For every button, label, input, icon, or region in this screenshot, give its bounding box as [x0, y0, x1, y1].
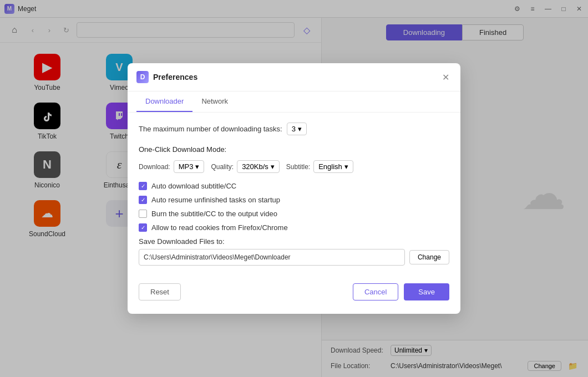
max-tasks-arrow: ▾: [298, 125, 302, 133]
dialog-tabs: Downloader Network: [128, 91, 460, 113]
save-path-section: Save Downloaded Files to: Change: [139, 237, 449, 266]
auto-resume-label: Auto resume unfinished tasks on startup: [151, 196, 280, 204]
download-value: MP3: [179, 162, 194, 171]
quality-field-label: Quality:: [211, 163, 234, 171]
checkbox-burn-subtitle[interactable]: Burn the subtitle/CC to the output video: [139, 210, 449, 218]
checkbox-auto-subtitle[interactable]: ✓ Auto download subtitle/CC: [139, 182, 449, 190]
subtitle-arrow: ▾: [344, 162, 348, 171]
cancel-button[interactable]: Cancel: [353, 283, 398, 300]
quality-field-group: Quality: 320Kb/s ▾: [211, 160, 279, 173]
quality-arrow: ▾: [271, 162, 275, 171]
allow-cookies-checkbox[interactable]: ✓: [139, 223, 147, 232]
save-path-label: Save Downloaded Files to:: [139, 237, 449, 246]
max-tasks-select[interactable]: 3 ▾: [287, 123, 307, 135]
dialog-title: Preferences: [153, 73, 439, 81]
max-tasks-value: 3: [292, 125, 296, 133]
download-field-label: Download:: [139, 163, 170, 171]
subtitle-value: English: [318, 162, 342, 171]
burn-subtitle-label: Burn the subtitle/CC to the output video: [151, 210, 277, 218]
subtitle-field-label: Subtitle:: [286, 163, 310, 171]
quality-select[interactable]: 320Kb/s ▾: [237, 160, 280, 173]
one-click-row: Download: MP3 ▾ Quality: 320Kb/s ▾ Subti…: [139, 160, 449, 173]
save-path-input[interactable]: [139, 249, 405, 266]
reset-button[interactable]: Reset: [139, 283, 181, 300]
max-tasks-row: The maximum number of downloading tasks:…: [139, 123, 449, 135]
burn-subtitle-checkbox[interactable]: [139, 210, 147, 218]
save-button[interactable]: Save: [404, 283, 449, 300]
tab-downloader[interactable]: Downloader: [136, 91, 192, 112]
modal-overlay: D Preferences ✕ Downloader Network The m…: [0, 0, 588, 377]
subtitle-select[interactable]: English ▾: [313, 160, 353, 173]
auto-resume-checkbox[interactable]: ✓: [139, 196, 147, 204]
download-field-group: Download: MP3 ▾: [139, 160, 204, 173]
max-tasks-label: The maximum number of downloading tasks:: [139, 125, 282, 133]
download-select[interactable]: MP3 ▾: [174, 160, 205, 173]
preferences-dialog: D Preferences ✕ Downloader Network The m…: [128, 63, 460, 314]
dialog-header: D Preferences ✕: [128, 63, 460, 91]
save-path-row: Change: [139, 249, 449, 266]
checkbox-auto-resume[interactable]: ✓ Auto resume unfinished tasks on startu…: [139, 196, 449, 204]
dialog-close-button[interactable]: ✕: [439, 71, 452, 83]
one-click-label: One-Click Download Mode:: [139, 145, 449, 154]
subtitle-field-group: Subtitle: English ▾: [286, 160, 353, 173]
dialog-logo: D: [136, 71, 149, 83]
download-arrow: ▾: [195, 162, 199, 171]
auto-subtitle-checkbox[interactable]: ✓: [139, 182, 147, 190]
allow-cookies-label: Allow to read cookies from Firefox/Chrom…: [151, 223, 288, 232]
dialog-footer: Reset Cancel Save: [128, 276, 460, 303]
tab-network[interactable]: Network: [192, 91, 237, 112]
checkbox-allow-cookies[interactable]: ✓ Allow to read cookies from Firefox/Chr…: [139, 223, 449, 232]
auto-subtitle-label: Auto download subtitle/CC: [151, 182, 236, 190]
quality-value: 320Kb/s: [242, 162, 268, 171]
dialog-content: The maximum number of downloading tasks:…: [128, 113, 460, 276]
save-path-change-button[interactable]: Change: [409, 250, 449, 264]
